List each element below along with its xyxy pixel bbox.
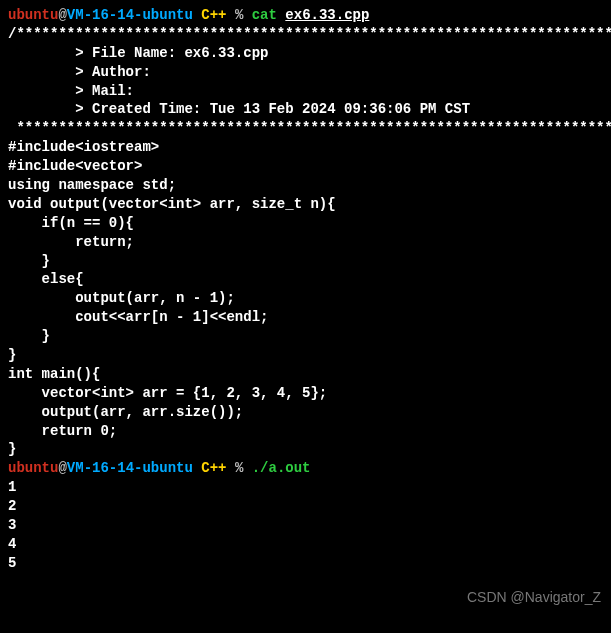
prompt-line-2: ubuntu@VM-16-14-ubuntu C++ % ./a.out — [8, 459, 603, 478]
code-fn-decl: void output(vector<int> arr, size_t n){ — [8, 195, 603, 214]
cmd-cat: cat — [252, 7, 277, 23]
code-fn-else: else{ — [8, 270, 603, 289]
at-sign: @ — [58, 7, 66, 23]
code-mail: > Mail: — [8, 82, 603, 101]
code-using: using namespace std; — [8, 176, 603, 195]
prompt-dir: C++ — [201, 7, 226, 23]
prompt-host: VM-16-14-ubuntu — [67, 7, 193, 23]
code-author: > Author: — [8, 63, 603, 82]
code-fn-endelse: } — [8, 327, 603, 346]
code-include-vector: #include<vector> — [8, 157, 603, 176]
code-main-end: } — [8, 440, 603, 459]
code-main-vec: vector<int> arr = {1, 2, 3, 4, 5}; — [8, 384, 603, 403]
code-fn-return: return; — [8, 233, 603, 252]
prompt-user: ubuntu — [8, 460, 58, 476]
output-line: 4 — [8, 535, 603, 554]
code-main-decl: int main(){ — [8, 365, 603, 384]
terminal[interactable]: ubuntu@VM-16-14-ubuntu C++ % cat ex6.33.… — [8, 6, 603, 573]
watermark: CSDN @Navigator_Z — [467, 588, 601, 607]
code-main-call: output(arr, arr.size()); — [8, 403, 603, 422]
code-border-top: /***************************************… — [8, 25, 603, 44]
cmd-run: ./a.out — [252, 460, 311, 476]
cmd-arg-filename: ex6.33.cpp — [285, 7, 369, 23]
prompt-host: VM-16-14-ubuntu — [67, 460, 193, 476]
prompt-percent: % — [235, 7, 243, 23]
output-line: 1 — [8, 478, 603, 497]
code-border-bottom: ****************************************… — [8, 119, 603, 138]
prompt-user: ubuntu — [8, 7, 58, 23]
code-main-return: return 0; — [8, 422, 603, 441]
code-created: > Created Time: Tue 13 Feb 2024 09:36:06… — [8, 100, 603, 119]
code-fn-endif: } — [8, 252, 603, 271]
code-fn-cout: cout<<arr[n - 1]<<endl; — [8, 308, 603, 327]
at-sign: @ — [58, 460, 66, 476]
prompt-line-1: ubuntu@VM-16-14-ubuntu C++ % cat ex6.33.… — [8, 6, 603, 25]
code-file-name: > File Name: ex6.33.cpp — [8, 44, 603, 63]
code-fn-if: if(n == 0){ — [8, 214, 603, 233]
code-fn-call: output(arr, n - 1); — [8, 289, 603, 308]
output-line: 2 — [8, 497, 603, 516]
output-line: 3 — [8, 516, 603, 535]
code-include-iostream: #include<iostream> — [8, 138, 603, 157]
output-line: 5 — [8, 554, 603, 573]
code-fn-end: } — [8, 346, 603, 365]
prompt-dir: C++ — [201, 460, 226, 476]
prompt-percent: % — [235, 460, 243, 476]
